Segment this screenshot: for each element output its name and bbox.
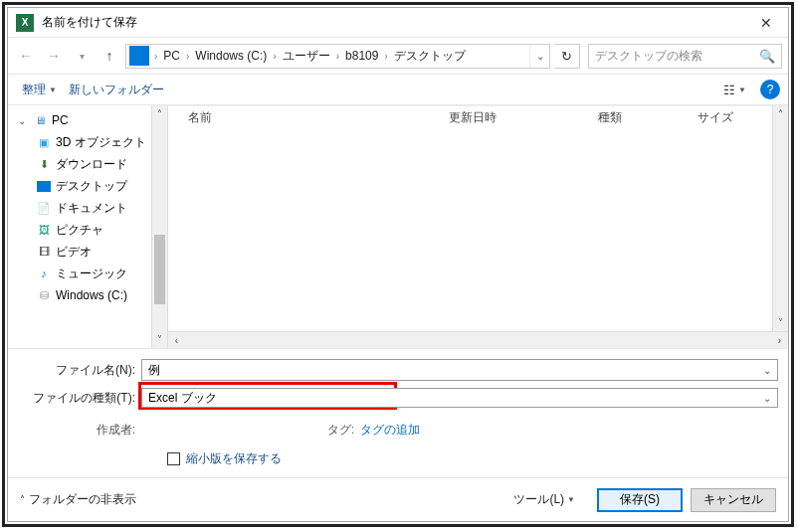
- author-label: 作成者:: [18, 422, 141, 439]
- file-list-body[interactable]: [168, 129, 788, 348]
- chevron-up-icon: ˄: [20, 494, 25, 505]
- music-icon: ♪: [36, 266, 52, 281]
- desktop-icon: [36, 178, 52, 194]
- column-size[interactable]: サイズ: [692, 109, 741, 126]
- refresh-button[interactable]: ↻: [554, 44, 580, 69]
- filelist-horizontal-scrollbar[interactable]: ‹ ›: [168, 331, 788, 348]
- pc-icon: 🖥: [32, 112, 48, 128]
- scroll-left-icon[interactable]: ‹: [168, 332, 185, 348]
- scrollbar-thumb[interactable]: [154, 235, 165, 304]
- save-thumbnail-checkbox[interactable]: [167, 452, 180, 465]
- cancel-button-label: キャンセル: [703, 491, 763, 508]
- cancel-button[interactable]: キャンセル: [691, 488, 776, 512]
- collapse-icon[interactable]: ⌄: [18, 115, 28, 126]
- address-bar[interactable]: › PC › Windows (C:) › ユーザー › b8109 › デスク…: [125, 44, 550, 69]
- chevron-right-icon[interactable]: ›: [382, 51, 389, 62]
- new-folder-label: 新しいフォルダー: [69, 82, 164, 98]
- tree-item-pictures[interactable]: 🖼 ピクチャ: [14, 219, 167, 241]
- column-date[interactable]: 更新日時: [443, 109, 592, 126]
- tree-label: 3D オブジェクト: [56, 134, 146, 151]
- search-icon[interactable]: 🔍: [759, 49, 775, 64]
- view-list-icon: ☷: [723, 83, 735, 97]
- tree-label: デスクトップ: [56, 178, 127, 195]
- address-dropdown-icon[interactable]: ⌄: [529, 45, 549, 68]
- column-name[interactable]: 名前: [182, 109, 443, 126]
- search-placeholder: デスクトップの検索: [595, 48, 702, 65]
- help-button[interactable]: ?: [760, 80, 780, 99]
- folder-tree: ⌄ 🖥 PC ▣ 3D オブジェクト ⬇ ダウンロード デスクトップ: [8, 105, 167, 348]
- tree-label: ダウンロード: [56, 156, 127, 173]
- back-button[interactable]: ←: [14, 44, 38, 68]
- chevron-down-icon: ▼: [738, 86, 746, 94]
- filename-value: 例: [148, 362, 160, 379]
- breadcrumb-desktop[interactable]: デスクトップ: [390, 48, 470, 65]
- search-input[interactable]: デスクトップの検索 🔍: [588, 44, 782, 69]
- toolbar: 整理 ▼ 新しいフォルダー ☷ ▼ ?: [8, 74, 788, 105]
- view-options-button[interactable]: ☷ ▼: [717, 80, 752, 100]
- author-input[interactable]: [141, 419, 320, 441]
- dialog-footer: ˄ フォルダーの非表示 ツール(L) ▼ 保存(S) キャンセル: [8, 477, 788, 521]
- filetype-value: Excel ブック: [148, 390, 217, 407]
- tree-label: Windows (C:): [56, 288, 127, 302]
- column-headers: 名前 更新日時 種類 サイズ: [168, 105, 788, 129]
- filename-label: ファイル名(N):: [18, 362, 141, 379]
- tree-item-3d-objects[interactable]: ▣ 3D オブジェクト: [14, 131, 167, 153]
- filelist-vertical-scrollbar[interactable]: ˄ ˅: [772, 105, 788, 331]
- tag-label: タグ:: [320, 422, 360, 439]
- tree-label: ミュージック: [56, 266, 127, 282]
- drive-icon: ⛁: [36, 287, 52, 303]
- save-button[interactable]: 保存(S): [597, 488, 683, 512]
- up-button[interactable]: ↑: [98, 44, 121, 68]
- forward-button[interactable]: →: [42, 44, 66, 68]
- column-type[interactable]: 種類: [592, 109, 692, 126]
- scroll-down-icon[interactable]: ˅: [773, 314, 788, 331]
- scroll-up-icon[interactable]: ˄: [152, 105, 167, 122]
- breadcrumb-user[interactable]: b8109: [341, 49, 382, 63]
- file-list-pane: 名前 更新日時 種類 サイズ ˄ ˅ ‹ ›: [167, 105, 788, 348]
- close-button[interactable]: ✕: [743, 15, 788, 31]
- tree-item-pc[interactable]: ⌄ 🖥 PC: [14, 109, 167, 131]
- pictures-icon: 🖼: [36, 222, 52, 238]
- hide-folders-toggle[interactable]: ˄ フォルダーの非表示: [20, 491, 136, 508]
- breadcrumb-users[interactable]: ユーザー: [279, 48, 334, 65]
- download-icon: ⬇: [36, 156, 52, 172]
- scroll-right-icon[interactable]: ›: [771, 332, 788, 348]
- nav-row: ← → ▾ ↑ › PC › Windows (C:) › ユーザー › b81…: [8, 38, 788, 74]
- sidebar-scrollbar[interactable]: ˄ ˅: [151, 105, 167, 348]
- scroll-up-icon[interactable]: ˄: [773, 105, 788, 122]
- save-button-label: 保存(S): [620, 491, 660, 508]
- filetype-select[interactable]: Excel ブック ⌄: [141, 388, 778, 408]
- breadcrumb-drive[interactable]: Windows (C:): [191, 49, 271, 63]
- chevron-right-icon[interactable]: ›: [184, 51, 191, 62]
- excel-app-icon: X: [16, 14, 34, 32]
- tree-item-drive-c[interactable]: ⛁ Windows (C:) ⌄: [14, 284, 167, 306]
- tree-item-desktop[interactable]: デスクトップ: [14, 175, 167, 197]
- tree-item-videos[interactable]: 🎞 ビデオ: [14, 241, 167, 263]
- breadcrumb-pc[interactable]: PC: [159, 49, 184, 63]
- hide-folders-label: フォルダーの非表示: [29, 491, 136, 508]
- filetype-dropdown-icon[interactable]: ⌄: [759, 391, 775, 405]
- save-form: ファイル名(N): 例 ⌄ ファイルの種類(T): Excel ブック ⌄ 作成…: [8, 348, 788, 477]
- save-thumbnail-label[interactable]: 縮小版を保存する: [186, 450, 282, 467]
- tree-label: ドキュメント: [56, 200, 127, 217]
- pc-icon: [129, 46, 149, 66]
- tree-label: PC: [52, 113, 69, 127]
- new-folder-button[interactable]: 新しいフォルダー: [63, 79, 170, 101]
- recent-dropdown-icon[interactable]: ▾: [70, 44, 94, 68]
- scroll-down-icon[interactable]: ˅: [152, 331, 167, 348]
- chevron-right-icon[interactable]: ›: [271, 51, 278, 62]
- organize-menu[interactable]: 整理 ▼: [16, 79, 63, 101]
- chevron-right-icon[interactable]: ›: [334, 51, 341, 62]
- chevron-right-icon[interactable]: ›: [152, 51, 159, 62]
- filename-input[interactable]: 例 ⌄: [141, 359, 778, 381]
- tools-label: ツール(L): [513, 491, 564, 508]
- tools-menu[interactable]: ツール(L) ▼: [499, 491, 589, 508]
- tree-item-music[interactable]: ♪ ミュージック: [14, 263, 167, 284]
- cube-icon: ▣: [36, 134, 52, 150]
- tree-item-downloads[interactable]: ⬇ ダウンロード: [14, 153, 167, 175]
- filename-dropdown-icon[interactable]: ⌄: [759, 362, 775, 378]
- tree-item-documents[interactable]: 📄 ドキュメント: [14, 197, 167, 219]
- tag-add-link[interactable]: タグの追加: [360, 422, 420, 439]
- tree-label: ビデオ: [56, 244, 92, 261]
- titlebar: X 名前を付けて保存 ✕: [8, 8, 788, 38]
